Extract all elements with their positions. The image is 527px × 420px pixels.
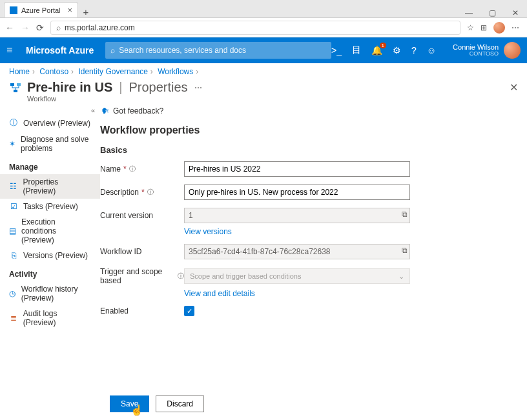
tab-title: Azure Portal (21, 6, 61, 14)
nav-label: Diagnose and solve problems (21, 135, 91, 153)
nav-audit-logs[interactable]: ≣ Audit logs (Preview) (0, 306, 100, 330)
nav-workflow-history[interactable]: ◷ Workflow history (Preview) (0, 281, 100, 306)
nav-properties[interactable]: ☷ Properties (Preview) (0, 174, 100, 199)
nav-diagnose[interactable]: ✶ Diagnose and solve problems (0, 132, 100, 156)
view-versions-link[interactable]: View versions (184, 227, 512, 236)
nav-label: Execution conditions (Preview) (21, 217, 91, 245)
search-icon: ⌕ (110, 46, 115, 55)
azure-top-bar: ≡ Microsoft Azure ⌕ Search resources, se… (0, 37, 527, 63)
basics-heading: Basics (100, 145, 512, 155)
cloud-shell-icon[interactable]: >_ (331, 45, 342, 55)
minimize-button[interactable]: — (457, 8, 480, 17)
browser-tab-strip: Azure Portal × + — ▢ ✕ (0, 0, 527, 18)
label-name: Name (100, 165, 121, 174)
save-button[interactable]: Save (110, 395, 149, 412)
svg-rect-1 (17, 83, 21, 86)
history-icon: ◷ (9, 289, 16, 298)
browser-tab[interactable]: Azure Portal × (4, 2, 78, 17)
brand-label[interactable]: Microsoft Azure (26, 45, 94, 55)
help-icon[interactable]: ? (411, 45, 417, 55)
crumb-workflows[interactable]: Workflows (158, 67, 193, 76)
versions-icon: ⎘ (9, 251, 18, 260)
collapse-nav-button[interactable]: « (0, 106, 100, 114)
nav-section-activity: Activity (0, 263, 100, 281)
left-nav: « ⓘ Overview (Preview) ✶ Diagnose and so… (0, 103, 100, 414)
view-edit-details-link[interactable]: View and edit details (184, 289, 512, 298)
nav-tasks[interactable]: ☑ Tasks (Preview) (0, 199, 100, 214)
svg-rect-0 (10, 83, 14, 86)
refresh-button[interactable]: ⟳ (36, 23, 44, 33)
close-blade-button[interactable]: ✕ (510, 81, 518, 94)
chevron-down-icon: ⌄ (398, 272, 404, 281)
tasks-icon: ☑ (9, 202, 18, 211)
feedback-icon[interactable]: ☺ (427, 45, 436, 55)
crumb-contoso[interactable]: Contoso (39, 67, 68, 76)
global-search[interactable]: ⌕ Search resources, services and docs (105, 42, 331, 59)
new-tab-button[interactable]: + (78, 6, 94, 17)
directories-icon[interactable]: ⽬ (352, 45, 361, 56)
discard-button[interactable]: Discard (156, 395, 204, 412)
crumb-identity-governance[interactable]: Identity Governance (78, 67, 147, 76)
section-title: Workflow properties (100, 125, 512, 136)
current-version-field (184, 208, 410, 223)
avatar (504, 42, 521, 59)
nav-label: Overview (Preview) (23, 119, 90, 128)
label-current-version: Current version (100, 211, 153, 220)
enabled-checkbox[interactable]: ✓ (184, 306, 194, 316)
description-input[interactable] (184, 185, 410, 200)
url-input[interactable]: ⌕ ms.portal.azure.com (50, 21, 460, 35)
conditions-icon: ▤ (9, 226, 16, 235)
hamburger-menu[interactable]: ≡ (6, 45, 21, 56)
nav-versions[interactable]: ⎘ Versions (Preview) (0, 248, 100, 263)
window-controls: — ▢ ✕ (457, 8, 527, 17)
user-menu[interactable]: Connie Wilson CONTOSO (453, 42, 521, 59)
nav-execution-conditions[interactable]: ▤ Execution conditions (Preview) (0, 214, 100, 248)
svg-rect-2 (14, 90, 17, 92)
nav-label: Properties (Preview) (23, 177, 91, 195)
label-trigger: Trigger and scope based (100, 267, 175, 285)
crumb-home[interactable]: Home (9, 67, 30, 76)
favorite-icon[interactable]: ☆ (467, 23, 474, 32)
nav-section-manage: Manage (0, 156, 100, 174)
forward-button[interactable]: → (21, 23, 30, 33)
close-tab-icon[interactable]: × (67, 6, 72, 14)
page-more-icon[interactable]: ⋯ (194, 83, 203, 92)
user-org: CONTOSO (453, 51, 499, 57)
label-enabled: Enabled (100, 306, 129, 315)
page-title: Pre-hire in US (27, 80, 112, 95)
url-text: ms.portal.azure.com (65, 23, 135, 32)
notification-badge: 1 (380, 43, 386, 48)
command-bar: Save Discard (110, 395, 204, 412)
nav-label: Versions (Preview) (23, 251, 88, 260)
workflow-icon (9, 81, 22, 94)
info-icon[interactable]: ⓘ (147, 188, 154, 197)
info-icon[interactable]: ⓘ (129, 165, 136, 174)
trigger-placeholder: Scope and trigger based conditions (190, 272, 301, 280)
nav-label: Workflow history (Preview) (21, 285, 91, 303)
audit-icon: ≣ (9, 314, 18, 323)
trigger-scope-dropdown[interactable]: Scope and trigger based conditions ⌄ (184, 268, 410, 284)
search-icon: ⌕ (56, 23, 61, 32)
nav-overview[interactable]: ⓘ Overview (Preview) (0, 114, 100, 132)
browser-profile-avatar[interactable] (493, 22, 505, 34)
browser-more-icon[interactable]: ⋯ (512, 23, 519, 32)
page-subtitle: Properties (129, 80, 187, 95)
workflow-id-field (184, 244, 410, 259)
name-input[interactable] (184, 161, 410, 177)
settings-icon[interactable]: ⚙ (393, 45, 401, 55)
maximize-button[interactable]: ▢ (480, 8, 504, 17)
page-header: Pre-hire in US | Properties ⋯ ✕ (0, 80, 527, 96)
collections-icon[interactable]: ⊞ (480, 23, 487, 32)
nav-label: Tasks (Preview) (23, 202, 78, 211)
close-window-button[interactable]: ✕ (504, 8, 527, 17)
info-icon: ⓘ (9, 117, 18, 128)
copy-icon[interactable]: ⧉ (402, 246, 408, 255)
got-feedback-link[interactable]: Got feedback? (113, 106, 163, 115)
notifications-icon[interactable]: 🔔1 (371, 45, 382, 55)
page-type-label: Workflow (0, 95, 527, 103)
browser-address-bar: ← → ⟳ ⌕ ms.portal.azure.com ☆ ⊞ ⋯ (0, 18, 527, 37)
back-button[interactable]: ← (5, 23, 14, 33)
info-icon[interactable]: ⓘ (178, 272, 184, 281)
copy-icon[interactable]: ⧉ (402, 210, 408, 219)
main-content: 🗣 Got feedback? Workflow properties Basi… (100, 103, 527, 414)
